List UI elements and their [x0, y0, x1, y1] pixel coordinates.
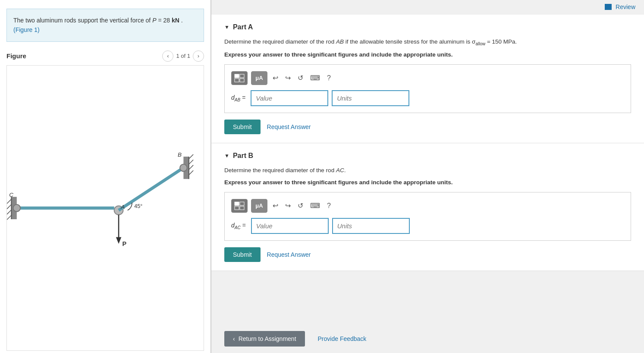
part-a-request-answer-link[interactable]: Request Answer — [267, 123, 311, 130]
svg-rect-30 — [235, 206, 239, 210]
part-b-keyboard-button[interactable]: ⌨ — [308, 201, 322, 211]
svg-text:C: C — [9, 192, 13, 198]
svg-line-4 — [7, 210, 11, 214]
part-b-toolbar: μA ↩ ↪ ↺ ⌨ ? — [231, 199, 624, 213]
part-a-collapse-arrow[interactable]: ▼ — [224, 24, 229, 30]
part-a-description: Determine the required diameter of the r… — [224, 38, 631, 47]
svg-rect-24 — [235, 74, 239, 78]
figure-link[interactable]: (Figure 1) — [13, 26, 40, 33]
part-b-header: ▼ Part B — [224, 152, 631, 160]
svg-line-11 — [189, 170, 193, 175]
part-b-units-input[interactable] — [332, 218, 410, 234]
part-b-redo-button[interactable]: ↪ — [283, 201, 292, 211]
figure-canvas: 45° P C A B — [6, 65, 204, 351]
part-b-description: Determine the required diameter of the r… — [224, 166, 631, 175]
part-a-value-input[interactable] — [251, 90, 328, 106]
part-b-label: dAC = — [231, 222, 246, 230]
provide-feedback-link[interactable]: Provide Feedback — [318, 335, 367, 342]
part-a-instruction: Express your answer to three significant… — [224, 51, 631, 58]
svg-rect-25 — [240, 74, 244, 78]
svg-text:B: B — [178, 151, 182, 158]
part-b-instruction: Express your answer to three significant… — [224, 179, 631, 186]
figure-section: Figure ‹ 1 of 1 › — [0, 46, 210, 353]
right-panel: Review ▼ Part A Determine the required d… — [211, 0, 644, 353]
figure-count: 1 of 1 — [176, 53, 190, 59]
part-b-reset-button[interactable]: ↺ — [296, 201, 305, 211]
svg-marker-19 — [116, 237, 121, 244]
return-arrow-icon: ‹ — [233, 335, 235, 342]
part-a-title: Part A — [233, 23, 253, 31]
part-b-value-input[interactable] — [251, 218, 329, 234]
svg-line-3 — [7, 205, 11, 209]
svg-line-8 — [189, 154, 193, 159]
svg-rect-31 — [240, 206, 244, 210]
part-b-submit-button[interactable]: Submit — [224, 247, 261, 262]
part-b-help-button[interactable]: ? — [325, 201, 333, 211]
part-a-action-row: Submit Request Answer — [224, 120, 631, 134]
part-b-title: Part B — [233, 152, 253, 160]
part-a-submit-button[interactable]: Submit — [224, 120, 261, 134]
part-a-units-input[interactable] — [332, 90, 409, 106]
part-b-section: ▼ Part B Determine the required diameter… — [211, 143, 644, 271]
svg-rect-26 — [235, 79, 239, 82]
svg-text:45°: 45° — [134, 203, 142, 209]
problem-text: The two aluminum rods support the vertic… — [13, 17, 183, 24]
left-panel: The two aluminum rods support the vertic… — [0, 0, 211, 353]
part-a-section: ▼ Part A Determine the required diameter… — [211, 15, 644, 143]
part-a-undo-button[interactable]: ↩ — [271, 73, 280, 83]
part-a-header: ▼ Part A — [224, 23, 631, 31]
problem-statement: The two aluminum rods support the vertic… — [6, 9, 204, 42]
svg-rect-27 — [240, 79, 244, 82]
review-link[interactable]: Review — [605, 3, 635, 10]
part-a-grid-button[interactable] — [231, 71, 248, 85]
part-b-mu-button[interactable]: μA — [251, 199, 267, 213]
review-section: Review — [211, 0, 644, 15]
part-a-input-row: dAB = — [231, 90, 624, 106]
figure-title: Figure — [6, 52, 26, 60]
part-a-toolbar: μA ↩ ↪ ↺ ⌨ ? — [231, 71, 624, 85]
svg-text:P: P — [122, 240, 126, 247]
svg-line-15 — [119, 168, 183, 210]
part-b-collapse-arrow[interactable]: ▼ — [224, 153, 229, 159]
svg-rect-29 — [240, 202, 244, 205]
review-icon — [605, 4, 612, 10]
svg-line-10 — [189, 165, 193, 169]
svg-point-16 — [180, 164, 187, 171]
part-a-keyboard-button[interactable]: ⌨ — [308, 73, 322, 83]
part-a-redo-button[interactable]: ↪ — [283, 73, 292, 83]
svg-text:A: A — [120, 204, 125, 210]
figure-diagram: 45° P C A B — [7, 66, 204, 350]
figure-header: Figure ‹ 1 of 1 › — [6, 50, 204, 62]
part-a-help-button[interactable]: ? — [325, 73, 333, 83]
svg-line-9 — [189, 160, 193, 164]
figure-prev-button[interactable]: ‹ — [162, 50, 173, 62]
figure-next-button[interactable]: › — [193, 50, 204, 62]
part-a-mu-button[interactable]: μA — [251, 71, 267, 85]
part-b-answer-box: μA ↩ ↪ ↺ ⌨ ? dAC = — [224, 192, 631, 241]
part-b-input-row: dAC = — [231, 218, 624, 234]
svg-line-2 — [7, 199, 11, 203]
svg-point-14 — [13, 205, 21, 212]
svg-rect-28 — [235, 202, 239, 205]
part-b-request-answer-link[interactable]: Request Answer — [267, 251, 311, 258]
figure-nav: ‹ 1 of 1 › — [162, 50, 204, 62]
bottom-bar: ‹ Return to Assignment Provide Feedback — [211, 325, 644, 353]
return-to-assignment-button[interactable]: ‹ Return to Assignment — [224, 331, 305, 347]
svg-line-5 — [7, 215, 11, 219]
part-b-grid-button[interactable] — [231, 199, 248, 213]
part-a-answer-box: μA ↩ ↪ ↺ ⌨ ? dAB = — [224, 64, 631, 113]
part-a-reset-button[interactable]: ↺ — [296, 73, 305, 83]
part-a-label: dAB = — [231, 94, 245, 102]
part-b-action-row: Submit Request Answer — [224, 247, 631, 262]
part-b-undo-button[interactable]: ↩ — [271, 201, 280, 211]
